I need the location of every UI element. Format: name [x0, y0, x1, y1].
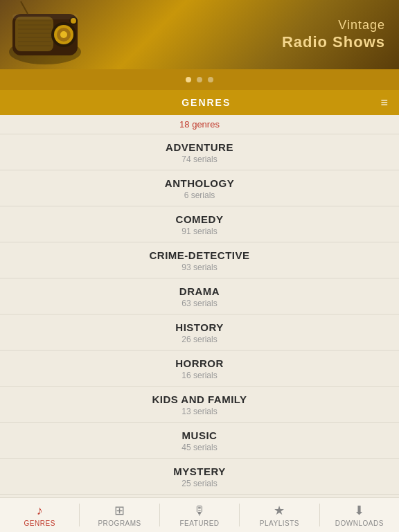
genre-name: CRIME-DETECTIVE [0, 249, 399, 261]
radio-image [7, 0, 90, 69]
page-dots [0, 69, 399, 90]
list-icon[interactable]: ≡ [380, 96, 388, 110]
tab-playlists[interactable]: ★ PLAYLISTS [240, 498, 319, 532]
genre-name: COMEDY [0, 213, 399, 225]
genres-tab-icon: ♪ [37, 504, 43, 518]
downloads-tab-icon: ⬇ [354, 503, 364, 518]
genre-item[interactable]: HORROR 16 serials [0, 351, 399, 387]
genres-nav-title: GENRES [32, 97, 380, 108]
genre-item[interactable]: MYSTERY 25 serials [0, 459, 399, 495]
vintage-label: Vintage [282, 18, 385, 33]
tab-featured[interactable]: 🎙 FEATURED [160, 498, 239, 532]
playlists-tab-icon: ★ [274, 503, 285, 518]
genres-tab-label: GENRES [24, 520, 55, 527]
genre-serials: 16 serials [0, 371, 399, 380]
genre-serials: 6 serials [0, 190, 399, 200]
programs-tab-label: PROGRAMS [98, 520, 141, 527]
genre-item[interactable]: CRIME-DETECTIVE 93 serials [0, 242, 399, 278]
tab-bar: ♪ GENRES ⊞ PROGRAMS 🎙 FEATURED ★ PLAYLIS… [0, 497, 399, 532]
genre-name: MYSTERY [0, 466, 399, 477]
genre-item[interactable]: ADVENTURE 74 serials [0, 134, 399, 170]
programs-tab-icon: ⊞ [114, 503, 125, 518]
genre-name: ANTHOLOGY [0, 177, 399, 189]
genre-name: KIDS AND FAMILY [0, 393, 399, 405]
radio-shows-label: Radio Shows [282, 33, 385, 51]
dot-1[interactable] [186, 77, 191, 82]
tab-programs[interactable]: ⊞ PROGRAMS [80, 498, 159, 532]
genre-serials: 91 serials [0, 227, 399, 236]
svg-point-13 [60, 31, 67, 38]
genre-serials: 26 serials [0, 335, 399, 344]
genre-list: ADVENTURE 74 serials ANTHOLOGY 6 serials… [0, 134, 399, 497]
genre-item[interactable]: COMEDY 91 serials [0, 206, 399, 242]
genre-name: HORROR [0, 357, 399, 369]
downloads-tab-label: DOWNLOADS [335, 520, 384, 527]
genre-name: MUSIC [0, 429, 399, 441]
genre-item[interactable]: MUSIC 45 serials [0, 423, 399, 459]
svg-line-16 [21, 1, 28, 14]
playlists-tab-label: PLAYLISTS [260, 520, 299, 527]
genre-serials: 25 serials [0, 479, 399, 488]
genre-serials: 74 serials [0, 154, 399, 164]
header: Vintage Radio Shows [0, 0, 399, 69]
genres-navbar: GENRES ≡ [0, 90, 399, 115]
tab-genres[interactable]: ♪ GENRES [0, 498, 79, 532]
genre-name: DRAMA [0, 285, 399, 297]
genre-item[interactable]: ANTHOLOGY 6 serials [0, 170, 399, 206]
genre-name: HISTORY [0, 321, 399, 333]
genre-item[interactable]: HISTORY 26 serials [0, 314, 399, 351]
genre-serials: 93 serials [0, 263, 399, 272]
genre-serials: 13 serials [0, 407, 399, 416]
header-title: Vintage Radio Shows [282, 18, 385, 51]
genre-item[interactable]: DRAMA 63 serials [0, 278, 399, 314]
svg-rect-17 [12, 14, 78, 19]
genre-item[interactable]: KIDS AND FAMILY 13 serials [0, 387, 399, 423]
genre-serials: 45 serials [0, 443, 399, 452]
featured-tab-icon: 🎙 [193, 504, 206, 518]
dot-2[interactable] [197, 77, 202, 82]
genre-count: 18 genres [0, 115, 399, 134]
featured-tab-label: FEATURED [179, 520, 219, 527]
dot-3[interactable] [208, 77, 213, 82]
tab-downloads[interactable]: ⬇ DOWNLOADS [320, 498, 399, 532]
genre-serials: 63 serials [0, 299, 399, 308]
genre-name: ADVENTURE [0, 141, 399, 153]
